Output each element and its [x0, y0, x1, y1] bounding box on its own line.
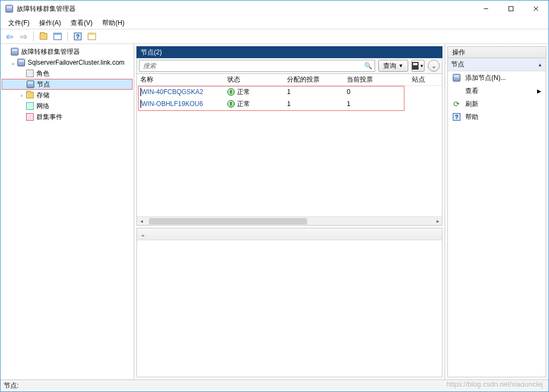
actions-section-label: 节点 — [451, 60, 464, 69]
tree-storage[interactable]: › 存储 — [2, 90, 133, 101]
action-view[interactable]: 查看 ▶ — [448, 84, 546, 97]
tree-root[interactable]: 故障转移群集管理器 — [2, 46, 133, 57]
tree-events[interactable]: 群集事件 — [2, 111, 133, 122]
chevron-down-icon: ⌄ — [140, 231, 146, 238]
help-icon: ? — [74, 33, 82, 40]
panel-icon — [53, 33, 62, 40]
detail-collapse[interactable]: ⌄ — [137, 228, 442, 240]
expand-toggle[interactable]: ⌄ — [9, 60, 17, 66]
actions-header: 操作 — [447, 46, 546, 58]
scroll-right-icon[interactable]: ▸ — [433, 218, 442, 224]
more-button[interactable]: ⌄ — [428, 60, 440, 72]
chevron-down-icon: ▼ — [398, 63, 403, 69]
col-site[interactable]: 站点 — [409, 75, 441, 84]
tree-roles[interactable]: 角色 — [2, 68, 133, 79]
refresh-icon: ⟳ — [452, 99, 461, 108]
app-icon — [5, 4, 14, 13]
toolbar: ⇦ ⇨ ? — [1, 29, 548, 44]
actions-header-label: 操作 — [452, 48, 465, 57]
toolbar-btn-2[interactable] — [51, 30, 64, 42]
center-title: 节点(2) — [141, 48, 162, 57]
table-row[interactable]: WIN-OBHLF19KOU6⬆正常11 — [137, 98, 442, 110]
node-name-link[interactable]: WIN-OBHLF19KOU6 — [141, 100, 203, 108]
save-button[interactable]: ▼ — [411, 60, 425, 72]
node-icon — [140, 88, 141, 96]
add-node-icon — [452, 73, 461, 82]
submenu-arrow-icon: ▶ — [537, 88, 541, 94]
events-icon — [26, 113, 34, 121]
col-name[interactable]: 名称 — [137, 75, 224, 84]
toolbar-btn-1[interactable] — [37, 30, 50, 42]
actions-pane: 操作 节点 ▲ 添加节点(N)... 查看 ▶ ⟳ 刷新 ? 帮助 — [445, 44, 548, 379]
tree-nodes[interactable]: 节点 — [2, 79, 133, 90]
detail-pane: ⌄ — [136, 228, 442, 377]
menu-file[interactable]: 文件(F) — [4, 17, 34, 29]
nav-back-button[interactable]: ⇦ — [3, 30, 16, 42]
arrow-right-icon: ⇨ — [20, 32, 27, 42]
tree-network-label: 网络 — [36, 102, 49, 111]
expand-toggle-storage[interactable]: › — [18, 92, 26, 98]
action-refresh[interactable]: ⟳ 刷新 — [448, 97, 546, 110]
scroll-left-icon[interactable]: ◂ — [137, 218, 146, 224]
query-label: 查询 — [383, 61, 396, 71]
arrow-left-icon: ⇦ — [6, 32, 13, 42]
col-assigned[interactable]: 分配的投票 — [284, 75, 344, 84]
status-ok-icon: ⬆ — [227, 88, 235, 96]
menu-help[interactable]: 帮助(H) — [98, 17, 129, 29]
statusbar: 节点: — [1, 379, 548, 391]
maximize-button[interactable] — [498, 1, 523, 17]
search-box[interactable]: 🔍 — [139, 60, 375, 72]
tree-root-label: 故障转移群集管理器 — [21, 47, 80, 57]
toolbar-help-button[interactable]: ? — [71, 30, 84, 42]
main-area: 故障转移群集管理器 ⌄ SqlserverFailoverCluster.lin… — [1, 44, 548, 379]
center-header: 节点(2) — [136, 46, 442, 58]
minimize-button[interactable] — [473, 1, 498, 17]
nodes-icon — [26, 80, 35, 89]
tree-roles-label: 角色 — [36, 69, 49, 78]
statusbar-label: 节点: — [4, 381, 18, 390]
search-row: 🔍 查询 ▼ ▼ ⌄ — [136, 58, 442, 73]
actions-section[interactable]: 节点 ▲ — [448, 58, 546, 71]
scroll-thumb[interactable] — [149, 218, 307, 225]
folder-icon — [40, 33, 47, 40]
current-votes: 1 — [344, 100, 409, 108]
cluster-icon — [17, 58, 26, 67]
panel2-icon — [88, 33, 96, 40]
menu-action[interactable]: 操作(A) — [35, 17, 65, 29]
titlebar: 故障转移群集管理器 — [1, 1, 548, 17]
save-icon — [412, 62, 419, 70]
tree-pane: 故障转移群集管理器 ⌄ SqlserverFailoverCluster.lin… — [1, 44, 134, 379]
status-ok-icon: ⬆ — [227, 100, 235, 108]
storage-icon — [26, 91, 34, 99]
network-icon — [26, 102, 34, 110]
chevron-down-icon: ▼ — [420, 64, 424, 69]
current-votes: 0 — [344, 88, 409, 96]
svg-rect-5 — [54, 33, 61, 35]
nav-forward-button[interactable]: ⇨ — [17, 30, 30, 42]
status-text: 正常 — [237, 88, 250, 97]
window-title: 故障转移群集管理器 — [17, 4, 76, 14]
cluster-mgr-icon — [10, 47, 19, 56]
action-view-label: 查看 — [465, 86, 478, 96]
assigned-votes: 1 — [284, 88, 344, 96]
query-button[interactable]: 查询 ▼ — [378, 60, 408, 72]
grid-horizontal-scrollbar[interactable]: ◂ ▸ — [137, 216, 442, 225]
toolbar-btn-3[interactable] — [85, 30, 98, 42]
search-input[interactable] — [142, 61, 364, 70]
view-icon — [452, 86, 461, 95]
action-add-node[interactable]: 添加节点(N)... — [448, 71, 546, 84]
search-icon[interactable]: 🔍 — [364, 62, 372, 70]
menu-view[interactable]: 查看(V) — [66, 17, 97, 29]
tree-nodes-label: 节点 — [37, 80, 50, 89]
tree-network[interactable]: 网络 — [2, 101, 133, 111]
table-row[interactable]: WIN-40FCBQGSKA2⬆正常10 — [137, 86, 442, 98]
action-add-node-label: 添加节点(N)... — [465, 73, 506, 83]
assigned-votes: 1 — [284, 100, 344, 108]
col-current[interactable]: 当前投票 — [344, 75, 409, 84]
col-status[interactable]: 状态 — [224, 75, 284, 84]
node-name-link[interactable]: WIN-40FCBQGSKA2 — [141, 88, 203, 96]
close-button[interactable] — [523, 1, 548, 17]
action-help[interactable]: ? 帮助 — [448, 110, 546, 123]
tree-events-label: 群集事件 — [36, 113, 63, 122]
tree-cluster[interactable]: ⌄ SqlserverFailoverCluster.link.com — [2, 57, 133, 68]
